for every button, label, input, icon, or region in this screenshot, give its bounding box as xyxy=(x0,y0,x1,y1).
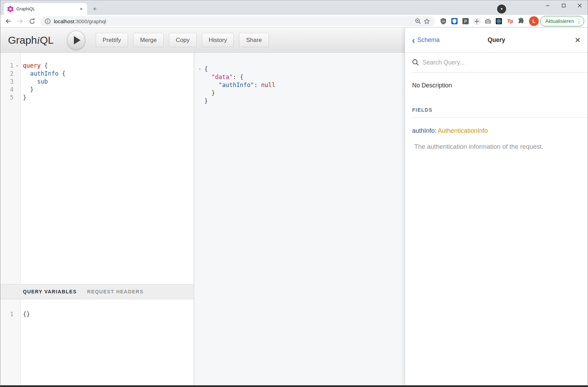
maximize-button[interactable] xyxy=(556,0,572,11)
field-name-link[interactable]: authInfo xyxy=(412,127,435,134)
fold-arrow-icon xyxy=(14,70,20,78)
execute-query-button[interactable] xyxy=(67,31,85,50)
forward-button[interactable] xyxy=(15,16,25,26)
graphiql-topbar: GraphiQL Prettify Merge Copy History Sha… xyxy=(0,28,405,53)
play-icon xyxy=(74,36,80,44)
fold-arrow-icon xyxy=(196,81,203,89)
minimize-button[interactable] xyxy=(540,0,556,11)
editor-gutter: 1▾ xyxy=(0,62,20,70)
site-info-icon[interactable] xyxy=(45,18,51,24)
code-line: 4 } xyxy=(0,86,194,94)
bitwarden-extension-icon[interactable] xyxy=(450,17,459,26)
field-entry: authInfo: AuthenticationInfo xyxy=(412,127,588,135)
update-browser-button[interactable]: Aktualisieren ⋮ xyxy=(540,16,584,26)
result-pane: ▾{ "data": { "authInfo": null }} xyxy=(195,53,405,385)
code-text: } xyxy=(20,94,26,102)
code-line: ▾{ xyxy=(195,65,405,73)
search-icon xyxy=(412,59,419,66)
p-extension-icon[interactable]: P xyxy=(461,17,470,26)
share-button[interactable]: Share xyxy=(239,33,269,47)
move-extension-icon[interactable] xyxy=(472,17,481,26)
address-bar[interactable]: localhost:3000/graphql xyxy=(41,16,435,26)
code-text: "data": { xyxy=(204,73,244,81)
doc-search-row xyxy=(412,53,588,72)
editor-gutter: ▾ xyxy=(195,65,204,73)
browser-menu-icon[interactable]: ⋮ xyxy=(576,18,582,25)
result-viewer: ▾{ "data": { "authInfo": null }} xyxy=(195,53,405,385)
line-number: 2 xyxy=(0,70,14,78)
fold-arrow-icon xyxy=(196,97,203,105)
code-line: 1▾query { xyxy=(0,62,194,70)
editor-gutter: 3 xyxy=(0,78,20,86)
history-button[interactable]: History xyxy=(202,33,234,47)
code-line: "authInfo": null xyxy=(195,81,405,89)
code-line: 5} xyxy=(0,94,194,102)
react-devtools-extension-icon[interactable] xyxy=(495,17,503,26)
editor-gutter: 5 xyxy=(0,94,20,102)
zoom-icon[interactable] xyxy=(414,17,423,26)
line-number: 3 xyxy=(0,78,14,86)
code-text: sub xyxy=(20,78,48,86)
svg-text:U0: U0 xyxy=(442,20,445,23)
editor-gutter xyxy=(195,89,204,97)
editor-gutter xyxy=(195,81,204,89)
graphql-favicon-icon xyxy=(7,6,14,12)
url-text[interactable]: localhost:3000/graphql xyxy=(54,18,414,24)
graphiql-logo: GraphiQL xyxy=(8,34,54,46)
doc-search-input[interactable] xyxy=(423,59,588,66)
tab-query-variables[interactable]: QUERY VARIABLES xyxy=(23,289,77,294)
tab-close-icon[interactable]: ✕ xyxy=(78,6,84,12)
code-line: } xyxy=(195,97,405,105)
fold-arrow-icon xyxy=(14,310,20,318)
reload-button[interactable] xyxy=(27,16,37,26)
fold-arrow-icon xyxy=(196,89,203,97)
extensions-row: U0 P xyxy=(439,17,526,26)
line-number: 1 xyxy=(0,310,14,318)
copy-button[interactable]: Copy xyxy=(169,33,197,47)
ublock-extension-icon[interactable]: U0 xyxy=(439,17,448,26)
code-text: query { xyxy=(20,62,48,70)
line-number: 1 xyxy=(0,62,14,70)
back-button[interactable] xyxy=(3,16,14,26)
code-text: } xyxy=(204,97,208,105)
tp-extension-icon[interactable]: Tp xyxy=(506,17,514,26)
code-text: } xyxy=(204,89,215,97)
fields-heading: FIELDS xyxy=(412,107,588,113)
query-editor[interactable]: 1▾query {2 authInfo {3 sub4 }5} xyxy=(0,53,194,284)
code-line: 2 authInfo { xyxy=(0,70,194,78)
query-variables-editor[interactable]: 1{} xyxy=(0,299,194,385)
doc-explorer-header: Query ‹ Schema ✕ xyxy=(405,28,588,53)
secondary-editor-tabs: QUERY VARIABLES REQUEST HEADERS xyxy=(0,284,194,299)
fold-arrow-icon[interactable]: ▾ xyxy=(196,65,203,73)
browser-tab-bar: GraphiQL ✕ + ▼ xyxy=(0,0,588,15)
code-text: } xyxy=(20,86,34,94)
code-text: "authInfo": null xyxy=(204,81,275,89)
svg-text:P: P xyxy=(464,19,467,24)
bookmark-star-icon[interactable] xyxy=(423,17,432,26)
editor-gutter: 2 xyxy=(0,70,20,78)
fields-divider xyxy=(412,117,588,118)
browser-toolbar: localhost:3000/graphql U0 xyxy=(0,15,588,28)
merge-button[interactable]: Merge xyxy=(133,33,164,47)
extensions-puzzle-icon[interactable] xyxy=(517,17,526,26)
field-type-link[interactable]: AuthenticationInfo xyxy=(438,127,488,134)
download-status-icon[interactable]: ▼ xyxy=(497,5,506,14)
editor-gutter: 4 xyxy=(0,86,20,94)
profile-avatar[interactable]: L xyxy=(529,16,539,26)
prettify-button[interactable]: Prettify xyxy=(96,33,128,47)
code-text: { xyxy=(204,65,208,73)
browser-tab[interactable]: GraphiQL ✕ xyxy=(4,3,87,15)
doc-explorer-close-icon[interactable]: ✕ xyxy=(574,36,581,44)
tab-title: GraphiQL xyxy=(16,7,78,11)
fold-arrow-icon[interactable]: ▾ xyxy=(14,62,20,70)
code-line: 3 sub xyxy=(0,78,194,86)
tab-request-headers[interactable]: REQUEST HEADERS xyxy=(87,289,144,294)
chevron-left-icon: ‹ xyxy=(412,35,415,45)
camera-extension-icon[interactable] xyxy=(484,17,492,26)
line-number: 4 xyxy=(0,86,14,94)
field-description: The authentication information of the re… xyxy=(412,143,588,150)
code-line: "data": { xyxy=(195,73,405,81)
new-tab-button[interactable]: + xyxy=(90,4,100,14)
doc-explorer-back-link[interactable]: ‹ Schema xyxy=(412,36,440,44)
close-window-button[interactable] xyxy=(572,0,588,11)
